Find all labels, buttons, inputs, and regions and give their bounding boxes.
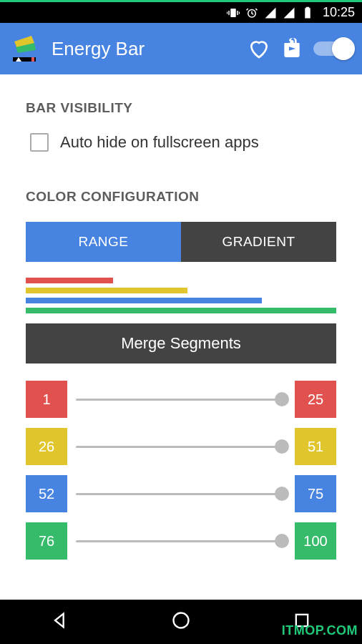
main-content: BAR VISIBILITY Auto hide on fullscreen a… <box>0 74 362 560</box>
battery-icon <box>301 6 314 19</box>
favorite-button[interactable] <box>248 37 270 60</box>
slider-thumb[interactable] <box>275 392 289 406</box>
preview-bar-green <box>26 308 336 313</box>
svg-rect-2 <box>237 11 238 15</box>
slider-thumb[interactable] <box>275 487 289 501</box>
vibrate-icon <box>227 6 240 19</box>
segment-start-value[interactable]: 1 <box>26 381 67 418</box>
segment-start-value[interactable]: 26 <box>26 428 67 465</box>
segment-row-3: 52 75 <box>26 475 336 512</box>
segment-row-4: 76 100 <box>26 522 336 560</box>
app-logo-icon <box>10 33 41 64</box>
app-title: Energy Bar <box>52 38 238 60</box>
toggle-knob <box>332 37 355 60</box>
signal-icon-2 <box>283 6 295 19</box>
svg-rect-4 <box>239 11 240 14</box>
checkbox-auto-hide[interactable] <box>30 133 49 152</box>
tab-range[interactable]: RANGE <box>26 222 181 262</box>
color-mode-tabs: RANGE GRADIENT <box>26 222 336 262</box>
nav-home-button[interactable] <box>171 610 191 633</box>
segment-end-value[interactable]: 51 <box>295 428 336 465</box>
segment-start-value[interactable]: 76 <box>26 522 67 560</box>
alarm-icon <box>245 6 258 19</box>
checkbox-label: Auto hide on fullscreen apps <box>60 133 259 152</box>
segment-slider-3[interactable] <box>76 493 286 495</box>
segment-bars-preview <box>26 278 336 313</box>
slider-thumb[interactable] <box>275 534 289 548</box>
segment-end-value[interactable]: 100 <box>295 522 336 560</box>
svg-rect-1 <box>228 11 230 15</box>
section-header-visibility: BAR VISIBILITY <box>26 100 336 116</box>
svg-rect-7 <box>306 6 310 8</box>
section-header-color: COLOR CONFIGURATION <box>26 189 336 205</box>
appbar: Energy Bar <box>0 23 362 74</box>
nav-back-button[interactable] <box>50 610 70 633</box>
preview-bar-red <box>26 278 113 283</box>
preview-bar-yellow <box>26 288 187 293</box>
master-toggle[interactable] <box>313 42 352 56</box>
preview-bar-blue <box>26 298 262 303</box>
merge-segments-button[interactable]: Merge Segments <box>26 323 336 364</box>
slider-thumb[interactable] <box>275 439 289 454</box>
segment-slider-2[interactable] <box>76 446 286 448</box>
svg-rect-0 <box>230 9 236 17</box>
watermark: ITMOP.COM <box>282 623 358 638</box>
signal-icon-1 <box>264 6 277 19</box>
svg-rect-6 <box>305 8 310 18</box>
segment-slider-4[interactable] <box>76 540 286 542</box>
svg-rect-9 <box>31 57 34 62</box>
auto-hide-row[interactable]: Auto hide on fullscreen apps <box>26 133 336 152</box>
svg-point-10 <box>173 613 188 628</box>
segment-end-value[interactable]: 25 <box>295 381 336 418</box>
segment-row-2: 26 51 <box>26 428 336 465</box>
shop-button[interactable] <box>280 37 303 60</box>
status-clock: 10:25 <box>323 5 355 20</box>
segment-sliders: 1 25 26 51 52 75 76 100 <box>26 381 336 560</box>
segment-start-value[interactable]: 52 <box>26 475 67 512</box>
svg-rect-3 <box>227 11 228 14</box>
segment-end-value[interactable]: 75 <box>295 475 336 512</box>
tab-gradient[interactable]: GRADIENT <box>181 222 336 262</box>
statusbar: 10:25 <box>0 0 362 23</box>
segment-slider-1[interactable] <box>76 399 286 401</box>
segment-row-1: 1 25 <box>26 381 336 418</box>
